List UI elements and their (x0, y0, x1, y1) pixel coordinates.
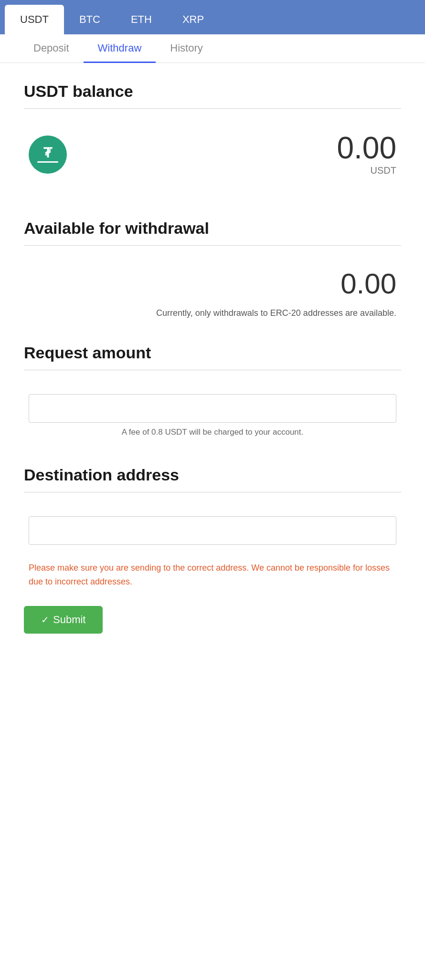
submit-label: Submit (53, 614, 85, 626)
checkmark-icon: ✓ (41, 614, 49, 626)
currency-tab-eth[interactable]: ETH (116, 5, 167, 34)
action-tabs: Deposit Withdraw History (0, 34, 425, 63)
destination-address-input[interactable] (29, 516, 396, 545)
destination-section: Destination address Please make sure you… (24, 466, 401, 634)
currency-tab-xrp[interactable]: XRP (167, 5, 219, 34)
tab-withdraw[interactable]: Withdraw (84, 34, 156, 63)
main-content: USDT balance ₮ 0.00 USDT Available for w… (0, 63, 425, 677)
available-note: Currently, only withdrawals to ERC-20 ad… (24, 307, 401, 320)
request-input-container: A fee of 0.8 USDT will be charged to you… (24, 385, 401, 442)
balance-amount-display: 0.00 USDT (337, 133, 396, 176)
submit-button[interactable]: ✓ Submit (24, 606, 103, 634)
tether-line (37, 161, 58, 163)
warning-text: Please make sure you are sending to the … (24, 561, 401, 589)
request-title: Request amount (24, 344, 401, 362)
currency-tabs: USDT BTC ETH XRP (0, 0, 425, 34)
available-divider (24, 245, 401, 246)
available-amount-display: 0.00 (24, 260, 401, 303)
currency-tab-btc[interactable]: BTC (64, 5, 116, 34)
balance-display: ₮ 0.00 USDT (24, 123, 401, 195)
usdt-icon: ₮ (29, 136, 67, 174)
currency-tab-usdt[interactable]: USDT (5, 5, 64, 34)
balance-section: USDT balance ₮ 0.00 USDT (24, 82, 401, 195)
request-amount-input[interactable] (29, 394, 396, 423)
balance-title: USDT balance (24, 82, 401, 101)
tab-history[interactable]: History (156, 34, 217, 63)
destination-title: Destination address (24, 466, 401, 484)
destination-input-container (24, 507, 401, 550)
tether-symbol: ₮ (43, 146, 52, 160)
request-divider (24, 370, 401, 370)
balance-divider (24, 108, 401, 109)
available-title: Available for withdrawal (24, 219, 401, 238)
available-amount-value: 0.00 (29, 270, 396, 298)
tab-deposit[interactable]: Deposit (19, 34, 84, 63)
request-section: Request amount A fee of 0.8 USDT will be… (24, 344, 401, 442)
fee-note: A fee of 0.8 USDT will be charged to you… (29, 427, 396, 437)
balance-amount-value: 0.00 (337, 133, 396, 163)
destination-divider (24, 492, 401, 492)
available-section: Available for withdrawal 0.00 Currently,… (24, 219, 401, 320)
balance-currency-label: USDT (337, 165, 396, 176)
